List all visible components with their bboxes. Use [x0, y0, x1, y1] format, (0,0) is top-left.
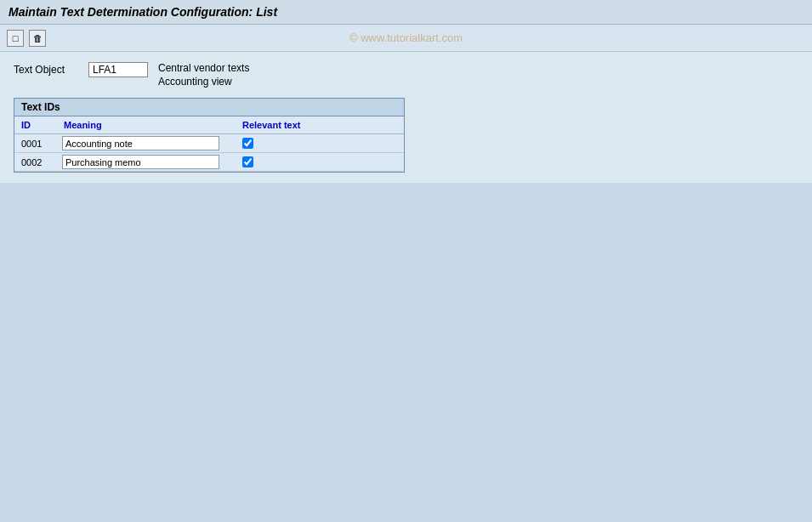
main-content: Text Object Central vendor texts Account… [0, 52, 812, 183]
new-document-icon: □ [13, 33, 19, 43]
cell-relevant-0001[interactable] [239, 136, 349, 150]
col-header-relevant-text: Relevant text [239, 118, 349, 132]
cell-id-0002: 0002 [18, 156, 60, 169]
text-object-row: Text Object Central vendor texts Account… [14, 62, 798, 88]
cell-meaning-0002[interactable] [60, 154, 239, 170]
relevant-checkbox-0001[interactable] [242, 138, 253, 149]
relevant-checkbox-0002[interactable] [242, 156, 253, 167]
table-row: 0002 [14, 153, 404, 172]
section-header: Text IDs [14, 99, 404, 116]
toolbar: □ 🗑 © www.tutorialkart.com [0, 25, 812, 52]
delete-button[interactable]: 🗑 [29, 30, 46, 47]
description-line1: Central vendor texts [158, 62, 249, 74]
text-object-label: Text Object [14, 62, 82, 76]
watermark: © www.tutorialkart.com [349, 31, 463, 44]
meaning-input-0001[interactable] [62, 136, 219, 150]
text-ids-section: Text IDs ID Meaning Relevant text 0001 [14, 98, 405, 173]
delete-icon: 🗑 [33, 33, 43, 43]
col-header-meaning: Meaning [60, 118, 239, 132]
description-line2: Accounting view [158, 76, 249, 88]
text-object-input[interactable] [88, 62, 148, 77]
title-bar: Maintain Text Determination Configuratio… [0, 0, 812, 25]
page-title: Maintain Text Determination Configuratio… [9, 5, 277, 19]
table-header-row: ID Meaning Relevant text [14, 116, 404, 134]
text-ids-table: ID Meaning Relevant text 0001 0002 [14, 116, 404, 172]
cell-id-0001: 0001 [18, 137, 60, 150]
cell-relevant-0002[interactable] [239, 155, 349, 169]
new-button[interactable]: □ [7, 30, 24, 47]
cell-meaning-0001[interactable] [60, 135, 239, 151]
meaning-input-0002[interactable] [62, 155, 219, 169]
text-object-descriptions: Central vendor texts Accounting view [158, 62, 249, 88]
table-row: 0001 [14, 134, 404, 153]
col-header-id: ID [18, 118, 60, 132]
